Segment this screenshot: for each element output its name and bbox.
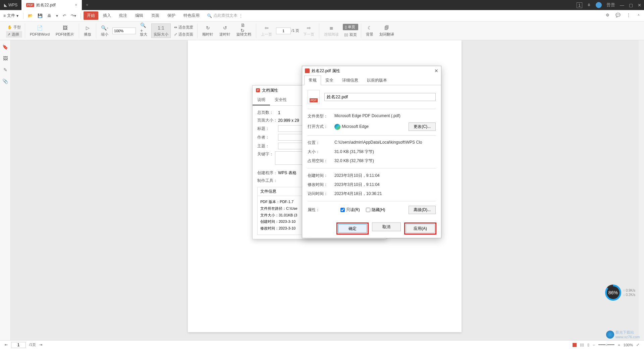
change-openwith-button[interactable]: 更改(C)... xyxy=(409,122,436,131)
username-label[interactable]: 普普 xyxy=(606,2,615,8)
avatar-icon[interactable] xyxy=(596,2,602,8)
single-page-button[interactable]: ▯ 单页 xyxy=(343,24,358,30)
status-page-input[interactable] xyxy=(11,342,26,348)
chevron-down-icon: ▾ xyxy=(16,13,18,18)
add-tab-button[interactable]: + xyxy=(82,3,92,7)
notification-badge[interactable]: 1 xyxy=(577,2,582,8)
save-icon[interactable]: 💾 xyxy=(36,13,44,19)
document-tab[interactable]: PDF 姓名22.pdf × xyxy=(21,0,82,10)
redo-icon[interactable]: ↷▾ xyxy=(69,13,78,19)
rotate-doc-button[interactable]: 🗎↻旋转文档 xyxy=(234,24,253,38)
file-menu[interactable]: ≡ 文件 ▾ xyxy=(3,13,18,18)
page-size-label: 页面大小： xyxy=(257,117,278,123)
thumbnail-icon[interactable]: 🖼 xyxy=(3,56,8,61)
advanced-button[interactable]: 高级(D)... xyxy=(409,206,436,214)
tab-security[interactable]: 安全性 xyxy=(270,95,291,105)
watermark-logo-icon xyxy=(606,331,614,339)
zoom-in-button[interactable]: 🔍+放大 xyxy=(138,24,149,38)
play-button[interactable]: ▷播放 xyxy=(82,24,93,38)
actual-size-button[interactable]: 1:1实际大小 xyxy=(151,23,171,38)
tab-features[interactable]: 特色应用 xyxy=(180,13,203,18)
readonly-checkbox[interactable]: 只读(R) xyxy=(340,207,360,213)
zoom-percent-label: 100% xyxy=(624,343,633,347)
tab-close-button[interactable]: × xyxy=(75,3,77,7)
next-icon: ⇨ xyxy=(306,24,312,31)
gear-icon[interactable]: ⚙ xyxy=(606,13,609,18)
prev-page-button[interactable]: ⇦上一页 xyxy=(259,24,274,38)
tab-protect[interactable]: 保护 xyxy=(164,13,179,18)
ok-button[interactable]: 确定 xyxy=(338,224,367,233)
attachment-icon[interactable]: 📎 xyxy=(2,79,8,84)
zoom-out-button[interactable]: 🔍-缩小 xyxy=(99,24,110,38)
author-label: 作者： xyxy=(257,135,278,140)
page-input[interactable] xyxy=(276,28,291,34)
background-button[interactable]: ☾背景 xyxy=(364,24,375,38)
search-box[interactable]: 🔍 点此查找文本 ⋮ xyxy=(207,13,243,18)
collapse-ribbon-icon[interactable]: ＾ xyxy=(637,13,641,18)
dialog-title-bar[interactable]: 姓名22.pdf 属性 ✕ xyxy=(302,66,441,76)
separator xyxy=(23,13,23,19)
pdf-to-word-button[interactable]: 📄PDF转Word xyxy=(28,24,52,38)
tab-edit[interactable]: 编辑 xyxy=(132,13,147,18)
search-icon: 🔍 xyxy=(207,13,212,18)
maximize-button[interactable]: ▢ xyxy=(629,3,633,8)
tab-annotate[interactable]: 批注 xyxy=(116,13,130,18)
pdf-file-icon xyxy=(305,68,310,73)
tab-details[interactable]: 详细信息 xyxy=(338,76,363,85)
tab-description[interactable]: 说明 xyxy=(253,95,270,105)
tab-page[interactable]: 页面 xyxy=(148,13,163,18)
tab-start[interactable]: 开始 xyxy=(84,11,98,20)
next-page-button[interactable]: ⇨下一页 xyxy=(301,24,316,38)
record-icon[interactable] xyxy=(573,343,577,347)
view-mode-2-icon[interactable]: ▯ xyxy=(587,343,589,347)
select-tool[interactable]: ➚选择 xyxy=(6,31,22,38)
gift-icon[interactable]: ⚘ xyxy=(587,3,591,8)
last-page-icon[interactable]: ⇥ xyxy=(39,343,42,347)
zoom-input[interactable] xyxy=(112,28,136,34)
openwith-value: Microsoft Edge xyxy=(334,124,409,130)
zoom-slider[interactable]: ━━━○━━━ xyxy=(598,343,615,347)
minimize-button[interactable]: — xyxy=(620,3,624,8)
feedback-icon[interactable]: 💬 xyxy=(615,13,621,18)
filename-input[interactable] xyxy=(324,93,436,101)
tab-general[interactable]: 常规 xyxy=(304,76,321,85)
print-dropdown-icon[interactable]: ▾ xyxy=(54,13,60,19)
cancel-button[interactable]: 取消 xyxy=(372,222,401,231)
fit-width-button[interactable]: ⇔适合宽度 xyxy=(173,24,195,31)
continuous-reading-button[interactable]: ≣连续阅读 xyxy=(322,24,341,38)
kebab-icon[interactable]: ⋮ xyxy=(627,13,631,18)
pdf-to-image-button[interactable]: 🖼PDF转图片 xyxy=(54,24,76,38)
apply-button[interactable]: 应用(A) xyxy=(406,224,435,233)
first-page-icon[interactable]: ⇤ xyxy=(5,343,8,347)
window-close-button[interactable]: ✕ xyxy=(638,3,641,8)
print-icon[interactable]: 🖶 xyxy=(46,13,53,19)
fit-page-button[interactable]: ⤢适合页面 xyxy=(173,31,195,38)
zoom-out-status-icon[interactable]: − xyxy=(593,343,595,347)
double-page-button[interactable]: ▯▯ 双页 xyxy=(343,32,358,38)
zoom-in-status-icon[interactable]: + xyxy=(618,343,620,347)
rotate-ccw-button[interactable]: ↺逆时针 xyxy=(217,24,232,38)
page-total-label: /1 页 xyxy=(291,28,299,33)
view-mode-1-icon[interactable]: ▯▯ xyxy=(580,343,584,347)
prev-icon: ⇦ xyxy=(263,24,270,31)
location-value: C:\Users\admin\AppData\Local\kingsoft\WP… xyxy=(334,140,436,146)
annotation-icon[interactable]: ✎ xyxy=(3,67,7,72)
translate-button[interactable]: 🗐划词翻译 xyxy=(377,24,396,38)
file-type-icon: PDF xyxy=(308,90,320,104)
close-button[interactable]: ✕ xyxy=(434,68,438,73)
rotate-cw-button[interactable]: ↻顺时针 xyxy=(200,24,215,38)
open-icon[interactable]: 📂 xyxy=(26,13,35,19)
tab-previous-versions[interactable]: 以前的版本 xyxy=(363,76,391,85)
undo-icon[interactable]: ↶ xyxy=(61,13,68,19)
tab-insert[interactable]: 插入 xyxy=(100,13,114,18)
page-size-value: 20.999 x 29 xyxy=(278,118,299,123)
tab-security[interactable]: 安全 xyxy=(321,76,338,85)
vertical-scrollbar[interactable] xyxy=(639,40,644,340)
accessed-label: 访问时间： xyxy=(308,191,334,197)
fullscreen-icon[interactable]: ⤢ xyxy=(636,343,639,347)
hidden-checkbox[interactable]: 隐藏(H) xyxy=(366,207,385,213)
bookmark-icon[interactable]: 🔖 xyxy=(2,44,8,50)
title-bar: ◣ WPS PDF 姓名22.pdf × + 1 ⚘ 普普 — ▢ ✕ xyxy=(0,0,644,10)
hand-tool[interactable]: ✋手型 xyxy=(6,24,22,31)
wps-logo: ◣ WPS xyxy=(0,3,21,7)
